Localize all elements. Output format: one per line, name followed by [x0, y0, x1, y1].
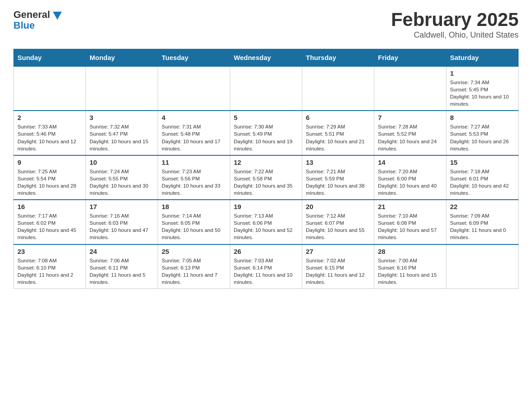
day-info: Sunrise: 7:03 AM Sunset: 6:14 PM Dayligh…	[234, 257, 298, 286]
day-number: 2	[17, 114, 82, 121]
day-number: 26	[234, 248, 298, 255]
day-number: 24	[90, 248, 154, 255]
calendar-cell: 9Sunrise: 7:25 AM Sunset: 5:54 PM Daylig…	[14, 155, 86, 200]
calendar-cell: 26Sunrise: 7:03 AM Sunset: 6:14 PM Dayli…	[230, 244, 302, 289]
calendar-table: SundayMondayTuesdayWednesdayThursdayFrid…	[13, 49, 519, 289]
day-of-week-header: Tuesday	[158, 49, 230, 67]
page-header: General Blue February 2025 Caldwell, Ohi…	[13, 9, 519, 40]
day-number: 3	[90, 114, 154, 121]
calendar-cell: 6Sunrise: 7:29 AM Sunset: 5:51 PM Daylig…	[302, 111, 374, 155]
day-number: 25	[162, 248, 226, 255]
day-number: 20	[306, 203, 370, 210]
day-info: Sunrise: 7:31 AM Sunset: 5:48 PM Dayligh…	[162, 123, 226, 152]
day-info: Sunrise: 7:00 AM Sunset: 6:16 PM Dayligh…	[378, 257, 442, 286]
day-number: 23	[17, 248, 82, 255]
day-of-week-header: Monday	[86, 49, 158, 67]
day-info: Sunrise: 7:34 AM Sunset: 5:45 PM Dayligh…	[450, 79, 515, 107]
calendar-cell	[86, 66, 158, 111]
calendar-cell: 15Sunrise: 7:18 AM Sunset: 6:01 PM Dayli…	[446, 155, 519, 200]
day-info: Sunrise: 7:29 AM Sunset: 5:51 PM Dayligh…	[306, 123, 370, 152]
logo-blue-text: Blue	[13, 20, 35, 31]
day-info: Sunrise: 7:22 AM Sunset: 5:58 PM Dayligh…	[234, 168, 298, 197]
day-info: Sunrise: 7:25 AM Sunset: 5:54 PM Dayligh…	[17, 168, 82, 197]
day-info: Sunrise: 7:24 AM Sunset: 5:55 PM Dayligh…	[90, 168, 154, 197]
day-number: 28	[378, 248, 442, 255]
calendar-header-row: SundayMondayTuesdayWednesdayThursdayFrid…	[14, 49, 519, 67]
calendar-cell: 28Sunrise: 7:00 AM Sunset: 6:16 PM Dayli…	[374, 244, 446, 289]
calendar-cell: 1Sunrise: 7:34 AM Sunset: 5:45 PM Daylig…	[446, 66, 519, 111]
day-number: 13	[306, 158, 370, 166]
calendar-cell: 5Sunrise: 7:30 AM Sunset: 5:49 PM Daylig…	[230, 111, 302, 155]
calendar-cell	[14, 66, 86, 111]
day-info: Sunrise: 7:05 AM Sunset: 6:13 PM Dayligh…	[162, 257, 226, 286]
calendar-cell: 3Sunrise: 7:32 AM Sunset: 5:47 PM Daylig…	[86, 111, 158, 155]
day-info: Sunrise: 7:08 AM Sunset: 6:10 PM Dayligh…	[17, 257, 82, 286]
calendar-cell: 25Sunrise: 7:05 AM Sunset: 6:13 PM Dayli…	[158, 244, 230, 289]
calendar-cell: 12Sunrise: 7:22 AM Sunset: 5:58 PM Dayli…	[230, 155, 302, 200]
logo-general-text: General	[13, 9, 50, 21]
day-number: 4	[162, 114, 226, 121]
day-info: Sunrise: 7:27 AM Sunset: 5:53 PM Dayligh…	[450, 123, 515, 152]
day-of-week-header: Saturday	[446, 49, 519, 67]
day-of-week-header: Sunday	[14, 49, 86, 67]
day-number: 7	[378, 114, 442, 121]
calendar-cell: 17Sunrise: 7:16 AM Sunset: 6:03 PM Dayli…	[86, 200, 158, 244]
day-info: Sunrise: 7:13 AM Sunset: 6:06 PM Dayligh…	[234, 212, 298, 241]
day-info: Sunrise: 7:14 AM Sunset: 6:05 PM Dayligh…	[162, 212, 226, 241]
calendar-cell: 7Sunrise: 7:28 AM Sunset: 5:52 PM Daylig…	[374, 111, 446, 155]
logo: General Blue	[13, 9, 62, 31]
calendar-cell: 14Sunrise: 7:20 AM Sunset: 6:00 PM Dayli…	[374, 155, 446, 200]
calendar-cell: 13Sunrise: 7:21 AM Sunset: 5:59 PM Dayli…	[302, 155, 374, 200]
day-info: Sunrise: 7:18 AM Sunset: 6:01 PM Dayligh…	[450, 168, 515, 197]
day-number: 18	[162, 203, 226, 210]
day-info: Sunrise: 7:32 AM Sunset: 5:47 PM Dayligh…	[90, 123, 154, 152]
calendar-cell	[302, 66, 374, 111]
calendar-cell: 18Sunrise: 7:14 AM Sunset: 6:05 PM Dayli…	[158, 200, 230, 244]
day-number: 1	[450, 69, 515, 77]
calendar-cell: 23Sunrise: 7:08 AM Sunset: 6:10 PM Dayli…	[14, 244, 86, 289]
calendar-cell: 19Sunrise: 7:13 AM Sunset: 6:06 PM Dayli…	[230, 200, 302, 244]
day-of-week-header: Thursday	[302, 49, 374, 67]
calendar-cell: 10Sunrise: 7:24 AM Sunset: 5:55 PM Dayli…	[86, 155, 158, 200]
day-info: Sunrise: 7:06 AM Sunset: 6:11 PM Dayligh…	[90, 257, 154, 286]
title-area: February 2025 Caldwell, Ohio, United Sta…	[391, 9, 519, 40]
calendar-cell: 27Sunrise: 7:02 AM Sunset: 6:15 PM Dayli…	[302, 244, 374, 289]
day-of-week-header: Wednesday	[230, 49, 302, 67]
day-number: 27	[306, 248, 370, 255]
day-info: Sunrise: 7:33 AM Sunset: 5:46 PM Dayligh…	[17, 123, 82, 152]
calendar-cell	[158, 66, 230, 111]
day-info: Sunrise: 7:20 AM Sunset: 6:00 PM Dayligh…	[378, 168, 442, 197]
day-number: 19	[234, 203, 298, 210]
week-row: 2Sunrise: 7:33 AM Sunset: 5:46 PM Daylig…	[14, 111, 519, 155]
day-info: Sunrise: 7:30 AM Sunset: 5:49 PM Dayligh…	[234, 123, 298, 152]
day-number: 16	[17, 203, 82, 210]
calendar-cell: 24Sunrise: 7:06 AM Sunset: 6:11 PM Dayli…	[86, 244, 158, 289]
day-number: 6	[306, 114, 370, 121]
day-number: 5	[234, 114, 298, 121]
location-subtitle: Caldwell, Ohio, United States	[391, 30, 519, 40]
calendar-cell: 11Sunrise: 7:23 AM Sunset: 5:56 PM Dayli…	[158, 155, 230, 200]
calendar-cell: 2Sunrise: 7:33 AM Sunset: 5:46 PM Daylig…	[14, 111, 86, 155]
logo-triangle-icon	[53, 12, 62, 20]
day-number: 21	[378, 203, 442, 210]
calendar-cell	[446, 244, 519, 289]
day-number: 9	[17, 158, 82, 166]
calendar-cell	[230, 66, 302, 111]
day-info: Sunrise: 7:16 AM Sunset: 6:03 PM Dayligh…	[90, 212, 154, 241]
calendar-cell: 16Sunrise: 7:17 AM Sunset: 6:02 PM Dayli…	[14, 200, 86, 244]
day-number: 15	[450, 158, 515, 166]
day-info: Sunrise: 7:23 AM Sunset: 5:56 PM Dayligh…	[162, 168, 226, 197]
day-number: 11	[162, 158, 226, 166]
calendar-cell	[374, 66, 446, 111]
day-number: 8	[450, 114, 515, 121]
week-row: 23Sunrise: 7:08 AM Sunset: 6:10 PM Dayli…	[14, 244, 519, 289]
day-number: 14	[378, 158, 442, 166]
day-info: Sunrise: 7:10 AM Sunset: 6:08 PM Dayligh…	[378, 212, 442, 241]
page-title: February 2025	[391, 9, 519, 30]
day-number: 17	[90, 203, 154, 210]
day-info: Sunrise: 7:09 AM Sunset: 6:09 PM Dayligh…	[450, 212, 515, 241]
day-info: Sunrise: 7:17 AM Sunset: 6:02 PM Dayligh…	[17, 212, 82, 241]
calendar-cell: 21Sunrise: 7:10 AM Sunset: 6:08 PM Dayli…	[374, 200, 446, 244]
calendar-cell: 22Sunrise: 7:09 AM Sunset: 6:09 PM Dayli…	[446, 200, 519, 244]
calendar-cell: 8Sunrise: 7:27 AM Sunset: 5:53 PM Daylig…	[446, 111, 519, 155]
